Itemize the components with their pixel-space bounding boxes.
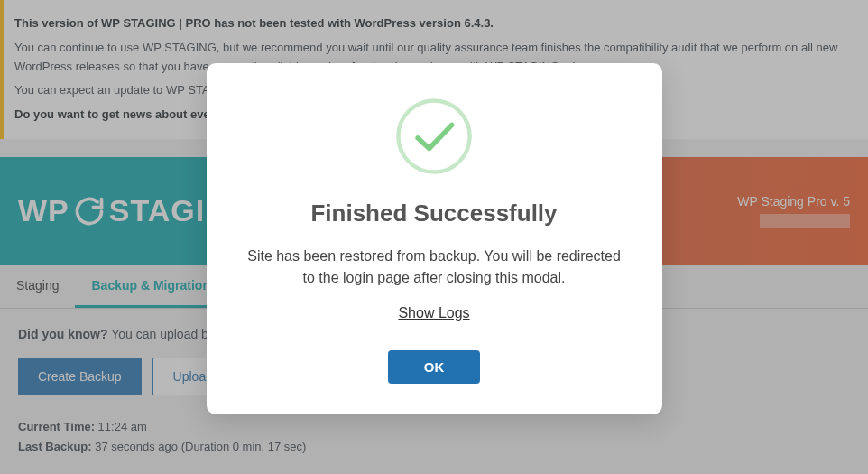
ok-button[interactable]: OK — [388, 350, 481, 384]
svg-point-0 — [398, 100, 469, 172]
success-modal: Finished Successfully Site has been rest… — [207, 63, 662, 414]
modal-overlay[interactable]: Finished Successfully Site has been rest… — [0, 0, 868, 474]
modal-title: Finished Successfully — [243, 200, 626, 228]
modal-body: Site has been restored from backup. You … — [243, 246, 626, 289]
show-logs-link[interactable]: Show Logs — [398, 305, 469, 321]
success-check-icon — [393, 96, 475, 177]
